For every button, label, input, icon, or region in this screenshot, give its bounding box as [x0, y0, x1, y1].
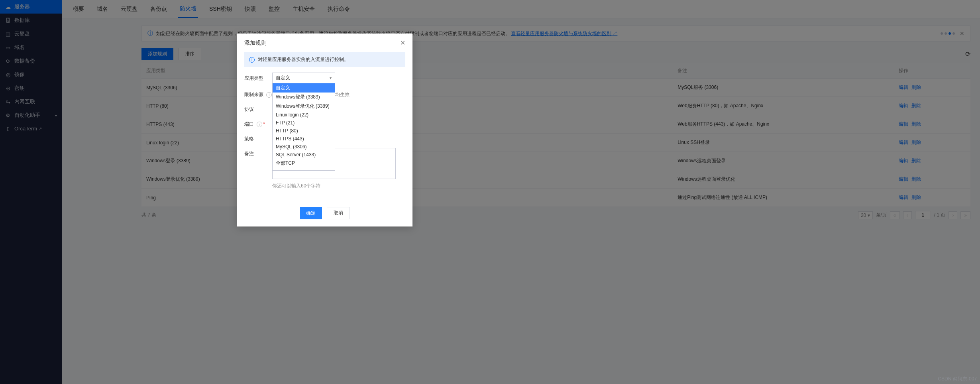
app-type-dropdown: 自定义Windows登录 (3389)Windows登录优化 (3389)Lin…	[272, 83, 335, 171]
char-hint: 你还可以输入60个字符	[272, 183, 396, 189]
label-source: 限制来源 i	[244, 89, 272, 98]
modal-tip-text: 对轻量应用服务器实例的入流量进行控制。	[258, 56, 349, 63]
dropdown-option[interactable]: Windows登录 (3389)	[273, 93, 335, 102]
dropdown-option[interactable]: 全部UDP	[273, 168, 335, 171]
select-value: 自定义	[276, 75, 290, 81]
cancel-button[interactable]: 取消	[327, 207, 350, 219]
info-icon: i	[249, 57, 255, 63]
dropdown-option[interactable]: SQL Server (1433)	[273, 151, 335, 159]
dropdown-option[interactable]: 全部TCP	[273, 159, 335, 168]
add-rule-modal: 添加规则 ✕ i 对轻量应用服务器实例的入流量进行控制。 应用类型 自定义 ▾ …	[237, 33, 412, 226]
dropdown-option[interactable]: Windows登录优化 (3389)	[273, 102, 335, 111]
row-app-type: 应用类型 自定义 ▾ 自定义Windows登录 (3389)Windows登录优…	[244, 73, 405, 83]
dropdown-option[interactable]: HTTPS (443)	[273, 135, 335, 143]
modal-overlay[interactable]	[0, 0, 980, 384]
dropdown-option[interactable]: FTP (21)	[273, 119, 335, 127]
modal-footer: 确定 取消	[237, 201, 412, 226]
dropdown-option[interactable]: HTTP (80)	[273, 127, 335, 135]
label-app-type: 应用类型	[244, 73, 272, 82]
ok-button[interactable]: 确定	[300, 207, 322, 219]
attribution: CSDN @阿东-007	[938, 376, 977, 382]
label-port: 端口 i*	[244, 118, 272, 128]
label-protocol: 协议	[244, 104, 272, 113]
help-icon[interactable]: i	[257, 122, 262, 127]
close-icon[interactable]: ✕	[400, 39, 405, 47]
chevron-down-icon: ▾	[330, 76, 332, 80]
label-policy: 策略	[244, 133, 272, 142]
app-type-select-wrap: 自定义 ▾ 自定义Windows登录 (3389)Windows登录优化 (33…	[272, 73, 335, 83]
modal-body: 应用类型 自定义 ▾ 自定义Windows登录 (3389)Windows登录优…	[237, 73, 412, 201]
modal-tip: i 对轻量应用服务器实例的入流量进行控制。	[244, 52, 405, 67]
modal-title: 添加规则	[244, 39, 267, 47]
help-icon[interactable]: i	[266, 92, 272, 98]
dropdown-option[interactable]: MySQL (3306)	[273, 143, 335, 151]
modal-header: 添加规则 ✕	[237, 33, 412, 52]
label-note: 备注	[244, 148, 272, 157]
dropdown-option[interactable]: 自定义	[273, 83, 335, 93]
app-type-select[interactable]: 自定义 ▾	[272, 73, 335, 83]
dropdown-option[interactable]: Linux login (22)	[273, 111, 335, 119]
